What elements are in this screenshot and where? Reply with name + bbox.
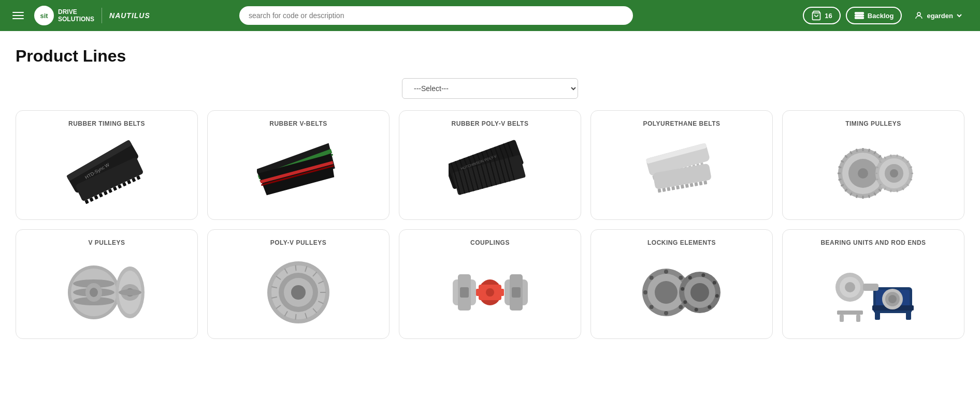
app-header: sit DRIVESOLUTIONS NAUTILUS 16 Backlog: [0, 0, 980, 31]
svg-point-206: [683, 300, 687, 304]
svg-rect-90: [681, 185, 684, 189]
product-card-couplings[interactable]: COUPLINGS: [399, 229, 581, 339]
product-image-timing-pulleys: [789, 135, 958, 212]
product-card-rubber-v-belts[interactable]: RUBBER V-BELTS: [207, 110, 390, 220]
svg-point-99: [858, 168, 868, 179]
svg-rect-225: [856, 315, 860, 322]
product-card-timing-pulleys[interactable]: TIMING PULLEYS: [782, 110, 964, 220]
page-title: Product Lines: [16, 47, 964, 66]
product-image-bearing-units: [789, 254, 958, 331]
svg-rect-222: [863, 284, 878, 291]
nautilus-logo: NAUTILUS: [109, 11, 150, 20]
svg-line-105: [869, 195, 870, 198]
svg-line-174: [296, 265, 296, 271]
svg-point-191: [655, 281, 678, 304]
product-card-title: RUBBER POLY-V BELTS: [452, 120, 529, 127]
backlog-button[interactable]: Backlog: [846, 7, 902, 24]
svg-point-209: [701, 273, 705, 277]
product-card-title: RUBBER TIMING BELTS: [68, 120, 145, 127]
drive-solutions-logo: DRIVESOLUTIONS: [58, 8, 94, 23]
svg-rect-1: [855, 12, 863, 14]
product-card-title: BEARING UNITS AND ROD ENDS: [820, 239, 926, 246]
svg-point-152: [90, 288, 98, 297]
svg-point-198: [664, 270, 668, 274]
sit-logo: sit: [34, 6, 54, 25]
product-card-title: COUPLINGS: [470, 239, 510, 246]
header-actions: 16 Backlog egarden: [803, 7, 970, 24]
product-card-v-pulleys[interactable]: V PULLEYS: [16, 229, 198, 339]
product-card-locking-elements[interactable]: LOCKING ELEMENTS: [590, 229, 773, 339]
product-card-title: TIMING PULLEYS: [845, 120, 901, 127]
svg-line-132: [897, 190, 898, 193]
product-image-locking-elements: [597, 254, 766, 331]
svg-rect-223: [837, 310, 863, 315]
product-image-couplings: [406, 254, 574, 331]
svg-rect-88: [671, 186, 675, 190]
svg-rect-85: [658, 188, 661, 193]
svg-point-210: [713, 281, 716, 285]
svg-point-194: [664, 311, 668, 315]
svg-line-133: [891, 190, 891, 193]
backlog-icon: [854, 10, 864, 21]
svg-rect-180: [460, 287, 469, 298]
svg-rect-95: [703, 181, 707, 185]
svg-point-196: [643, 290, 647, 294]
product-image-rubber-timing-belts: HTD-Sync W: [22, 135, 191, 212]
svg-point-202: [690, 283, 709, 302]
product-card-poly-v-pulleys[interactable]: POLY-V PULLEYS: [207, 229, 390, 339]
product-card-polyurethane-belts[interactable]: POLYURETHANE BELTS: [590, 110, 773, 220]
svg-rect-91: [685, 184, 689, 188]
svg-rect-93: [695, 182, 698, 186]
user-name: egarden: [927, 12, 953, 20]
product-card-title: V PULLEYS: [88, 239, 125, 246]
svg-point-157: [119, 289, 141, 295]
product-card-rubber-poly-v-belts[interactable]: RUBBER POLY-V BELTS HUTCHINSON POLY-V: [399, 110, 581, 220]
svg-line-141: [891, 155, 891, 157]
cart-count: 16: [825, 12, 832, 20]
svg-rect-87: [667, 187, 670, 191]
product-line-select[interactable]: ---Select---: [402, 78, 578, 99]
product-card-title: LOCKING ELEMENTS: [647, 239, 716, 246]
hamburger-menu[interactable]: [10, 10, 26, 21]
cart-button[interactable]: 16: [803, 7, 840, 24]
svg-point-199: [679, 276, 683, 280]
product-card-bearing-units[interactable]: BEARING UNITS AND ROD ENDS: [782, 229, 964, 339]
svg-line-117: [856, 149, 857, 152]
svg-point-221: [845, 282, 855, 292]
svg-rect-187: [476, 289, 480, 296]
svg-rect-3: [855, 17, 863, 19]
search-input[interactable]: [239, 6, 633, 25]
search-container: [239, 6, 633, 25]
product-card-title: POLYURETHANE BELTS: [643, 120, 720, 127]
svg-point-4: [917, 12, 920, 16]
main-content: Product Lines ---Select--- RUBBER TIMING…: [0, 31, 980, 414]
svg-line-136: [876, 179, 878, 180]
svg-rect-224: [840, 315, 844, 322]
svg-rect-2: [855, 15, 863, 17]
product-image-poly-v-pulleys: [214, 254, 383, 331]
product-card-title: POLY-V PULLEYS: [270, 239, 327, 246]
svg-point-127: [890, 169, 898, 178]
svg-point-195: [650, 305, 654, 309]
svg-line-145: [910, 167, 912, 168]
svg-point-208: [688, 276, 692, 279]
svg-rect-215: [906, 310, 911, 320]
svg-point-183: [486, 288, 494, 297]
select-bar: ---Select---: [16, 78, 964, 99]
svg-line-167: [296, 314, 296, 320]
product-card-title: RUBBER V-BELTS: [269, 120, 327, 127]
product-card-rubber-timing-belts[interactable]: RUBBER TIMING BELTS HTD-Sync W: [16, 110, 198, 220]
svg-rect-89: [676, 185, 680, 189]
cart-icon: [811, 10, 822, 21]
svg-line-142: [897, 155, 898, 157]
svg-point-204: [708, 305, 711, 309]
svg-point-193: [679, 305, 683, 309]
user-menu-button[interactable]: egarden: [907, 8, 970, 23]
svg-point-162: [291, 285, 306, 300]
svg-line-129: [910, 179, 912, 180]
svg-point-207: [681, 287, 684, 291]
svg-point-205: [695, 308, 698, 312]
chevron-down-icon: [956, 12, 962, 19]
svg-line-111: [839, 179, 842, 180]
backlog-label: Backlog: [868, 12, 894, 20]
